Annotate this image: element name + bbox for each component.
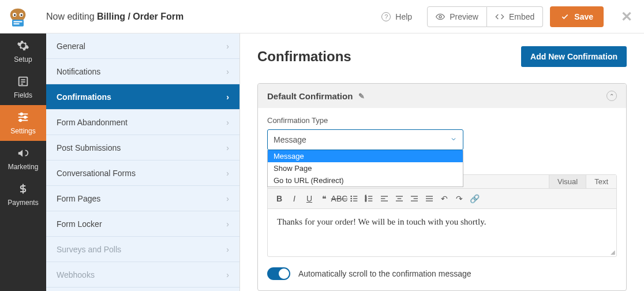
dropdown-option-go-to-url[interactable]: Go to URL (Redirect) [268, 174, 463, 186]
app-logo [6, 5, 30, 29]
rail-label: Setup [14, 55, 32, 64]
dropdown-option-show-page[interactable]: Show Page [268, 162, 463, 174]
svg-point-20 [351, 196, 351, 196]
rail-fields[interactable]: Fields [0, 69, 46, 105]
undo-button[interactable]: ↶ [437, 192, 451, 205]
svg-rect-7 [14, 23, 20, 24]
left-rail: Setup Fields Settings Marketing Payments [0, 33, 46, 291]
align-justify-button[interactable] [422, 192, 436, 205]
align-left-button[interactable] [377, 192, 391, 205]
sidebar-item-form-locker[interactable]: Form Locker› [46, 211, 239, 237]
italic-button[interactable]: I [287, 192, 301, 205]
confirmation-type-label: Confirmation Type [267, 116, 617, 125]
rail-payments[interactable]: Payments [0, 177, 46, 212]
sidebar-item-surveys-polls[interactable]: Surveys and Polls› [46, 237, 239, 262]
svg-point-24 [351, 200, 351, 201]
svg-point-18 [20, 120, 22, 122]
dropdown-menu: Message Show Page Go to URL (Redirect) [267, 150, 463, 187]
page-title: Confirmations [257, 48, 351, 65]
sidebar-item-confirmations[interactable]: Confirmations› [46, 84, 239, 110]
bulleted-list-button[interactable] [347, 192, 361, 205]
chevron-right-icon: › [226, 169, 229, 178]
sidebar-item-form-pages[interactable]: Form Pages› [46, 186, 239, 211]
auto-scroll-toggle[interactable] [267, 267, 290, 280]
check-icon [560, 12, 570, 21]
editor-content[interactable]: Thanks for your order! We will be in tou… [268, 209, 616, 256]
sidebar-item-post-submissions[interactable]: Post Submissions› [46, 135, 239, 161]
rail-marketing[interactable]: Marketing [0, 141, 46, 177]
svg-point-22 [351, 198, 351, 199]
dropdown-selected-value: Message [274, 135, 306, 144]
bullhorn-icon [17, 147, 29, 159]
chevron-right-icon: › [226, 92, 229, 102]
top-bar: Now editing Billing / Order Form ? Help … [0, 0, 644, 33]
chevron-right-icon: › [226, 42, 229, 51]
chevron-right-icon: › [226, 194, 229, 203]
close-button[interactable]: ✕ [621, 9, 632, 25]
editor-tab-text[interactable]: Text [586, 175, 616, 188]
panel-title-text: Default Confirmation [267, 91, 353, 101]
add-new-confirmation-button[interactable]: Add New Confirmation [521, 46, 627, 67]
embed-button[interactable]: Embed [487, 6, 543, 27]
gear-icon [17, 39, 29, 52]
resize-handle-icon[interactable]: ◢ [611, 249, 615, 255]
chevron-right-icon: › [226, 67, 229, 76]
insert-link-button[interactable]: 🔗 [467, 192, 481, 205]
edit-name-icon[interactable]: ✎ [358, 92, 365, 100]
toggle-knob [279, 268, 289, 279]
rail-label: Payments [8, 199, 38, 207]
help-icon: ? [381, 12, 391, 21]
bold-button[interactable]: B [272, 192, 286, 205]
svg-point-14 [20, 113, 23, 115]
chevron-right-icon: › [226, 245, 229, 254]
sidebar-item-notifications[interactable]: Notifications› [46, 59, 239, 84]
form-name: Billing / Order Form [97, 12, 184, 21]
sidebar-item-general[interactable]: General› [46, 33, 239, 59]
sidebar-item-form-abandonment[interactable]: Form Abandonment› [46, 110, 239, 135]
save-button[interactable]: Save [550, 6, 604, 27]
rail-label: Settings [10, 127, 35, 135]
svg-point-8 [439, 16, 441, 18]
rail-label: Fields [14, 91, 32, 99]
dropdown-toggle[interactable]: Message [267, 129, 463, 150]
strikethrough-button[interactable]: ABC [332, 192, 346, 205]
rail-settings[interactable]: Settings [0, 105, 46, 141]
code-icon [495, 12, 504, 21]
dollar-icon [17, 182, 29, 195]
numbered-list-button[interactable]: 123 [362, 192, 376, 205]
preview-button[interactable]: Preview [427, 6, 487, 27]
rail-label: Marketing [8, 163, 39, 171]
collapse-icon[interactable]: ⌃ [606, 91, 617, 101]
chevron-right-icon: › [226, 143, 229, 152]
form-icon [17, 75, 29, 88]
chevron-right-icon: › [226, 270, 229, 279]
underline-button[interactable]: U [302, 192, 316, 205]
settings-sidebar: General› Notifications› Confirmations› F… [46, 33, 240, 291]
svg-point-16 [24, 116, 27, 118]
sliders-icon [17, 111, 29, 124]
confirmation-panel: Default Confirmation ✎ ⌃ Confirmation Ty… [257, 83, 627, 291]
editor-toolbar: B I U ❝ ABC 123 [268, 189, 616, 209]
svg-point-4 [21, 14, 23, 16]
align-right-button[interactable] [407, 192, 421, 205]
help-button[interactable]: ? Help [373, 6, 420, 27]
main-panel: Confirmations Add New Confirmation Defau… [240, 33, 644, 291]
now-editing-label: Now editing Billing / Order Form [46, 12, 184, 22]
svg-rect-6 [14, 21, 23, 22]
sidebar-item-conversational-forms[interactable]: Conversational Forms› [46, 161, 239, 186]
rail-setup[interactable]: Setup [0, 33, 46, 69]
dropdown-option-message[interactable]: Message [268, 150, 463, 162]
quote-button[interactable]: ❝ [317, 192, 331, 205]
align-center-button[interactable] [392, 192, 406, 205]
panel-header[interactable]: Default Confirmation ✎ ⌃ [258, 84, 626, 108]
confirmation-type-dropdown[interactable]: Message Message Show Page Go to URL (Red… [267, 129, 463, 150]
redo-button[interactable]: ↷ [452, 192, 466, 205]
editor-tab-visual[interactable]: Visual [549, 175, 586, 188]
svg-rect-5 [12, 20, 24, 27]
eye-icon [436, 12, 445, 21]
chevron-down-icon [450, 135, 457, 144]
svg-point-3 [14, 14, 16, 16]
chevron-right-icon: › [226, 118, 229, 127]
sidebar-item-webhooks[interactable]: Webhooks› [46, 262, 239, 288]
chevron-right-icon: › [226, 219, 229, 229]
